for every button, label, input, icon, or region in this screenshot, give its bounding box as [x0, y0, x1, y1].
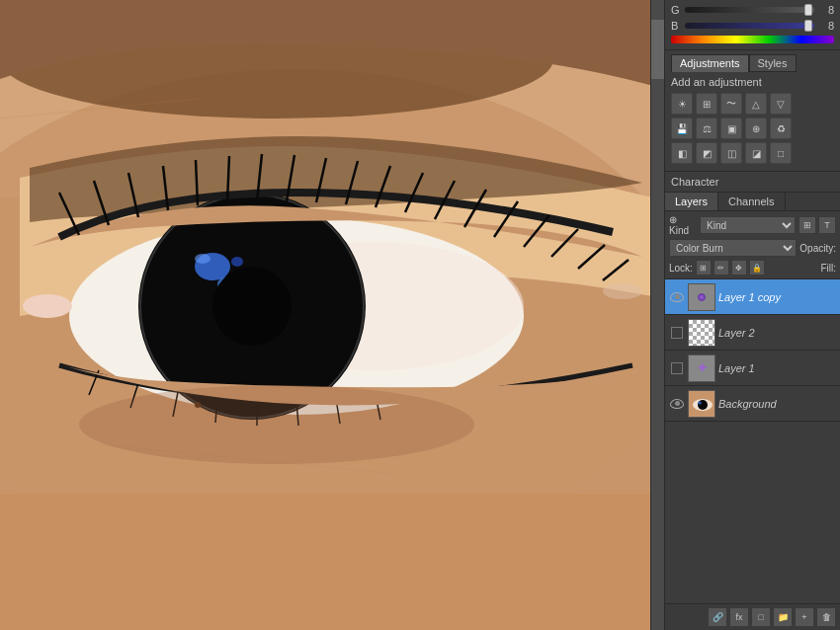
channels-tab[interactable]: Channels	[718, 193, 785, 210]
exposure-icon[interactable]: △	[745, 93, 767, 115]
layer-thumb-1: ✦	[688, 354, 715, 382]
color-gradient-bar[interactable]	[671, 36, 834, 43]
layers-bottom: 🔗 fx □ 📁 + 🗑	[665, 603, 840, 630]
invert-icon[interactable]: ◧	[671, 142, 693, 164]
color-balance-icon[interactable]: ⚖	[696, 118, 717, 139]
channel-mixer-icon[interactable]: ♻	[770, 118, 792, 139]
layer-item-1[interactable]: ✦ Layer 1	[665, 351, 840, 386]
color-bar-row	[671, 36, 834, 43]
new-layer-icon[interactable]: +	[795, 607, 814, 627]
canvas-scrollbar[interactable]	[650, 0, 664, 630]
layers-panel: Layers Channels ⊕ Kind Kind ⊞ T Color Bu…	[665, 193, 840, 630]
layer-checkbox-1	[671, 362, 683, 374]
link-layers-icon[interactable]: 🔗	[708, 607, 727, 627]
svg-point-50	[698, 400, 708, 410]
hue-saturation-icon[interactable]: 💾	[671, 118, 693, 139]
lock-icons: ⊞ ✏ ✥ 🔒	[696, 260, 765, 276]
new-group-icon[interactable]: 📁	[773, 607, 793, 627]
layer-controls: ⊕ Kind Kind ⊞ T Color Burn Opacity: Lock…	[665, 211, 840, 279]
lock-row: Lock: ⊞ ✏ ✥ 🔒 Fill:	[669, 260, 836, 276]
layers-tab[interactable]: Layers	[665, 193, 718, 210]
opacity-label: Opacity:	[799, 243, 836, 254]
layer-visibility-2[interactable]	[669, 325, 685, 341]
add-mask-icon[interactable]: □	[751, 607, 771, 627]
layer-name-2: Layer 2	[718, 327, 836, 339]
threshold-icon[interactable]: ◫	[720, 142, 742, 164]
layer-item-2[interactable]: Layer 2	[665, 315, 840, 351]
character-label: Character	[671, 174, 834, 190]
adjustments-title: Add an adjustment	[671, 76, 834, 88]
character-section: Character	[665, 172, 840, 193]
gradient-map-icon[interactable]: ◪	[745, 142, 767, 164]
levels-icon[interactable]: ⊞	[696, 93, 717, 115]
selective-color-icon[interactable]: □	[770, 142, 792, 164]
svg-point-43	[23, 294, 72, 318]
layer-thumb-checker-2	[689, 320, 714, 346]
panel-sliders: G 8 B 8	[665, 0, 840, 50]
b-slider-row: B 8	[671, 20, 834, 32]
kind-label: ⊕ Kind	[669, 214, 697, 236]
layer-filter-icon[interactable]: ⊞	[798, 216, 816, 234]
layer-thumb-copy	[688, 283, 715, 311]
layer-item-background[interactable]: Background	[665, 386, 840, 422]
layer-name-background: Background	[718, 398, 836, 410]
layer-options-icon[interactable]: T	[818, 216, 836, 234]
svg-point-47	[79, 385, 474, 464]
add-style-icon[interactable]: fx	[729, 607, 749, 627]
g-slider-track[interactable]	[685, 7, 814, 13]
layer-visibility-background[interactable]	[669, 396, 685, 412]
curves-icon[interactable]: 〜	[720, 93, 742, 115]
kind-select[interactable]: Kind	[700, 216, 796, 234]
svg-point-51	[698, 401, 702, 404]
g-slider-row: G 8	[671, 4, 834, 16]
b-slider-value: 8	[818, 20, 834, 32]
lock-position-icon[interactable]: ✥	[731, 260, 747, 276]
lock-all-icon[interactable]: 🔒	[749, 260, 765, 276]
b-slider-label: B	[671, 20, 681, 32]
layer-name-copy: Layer 1 copy	[718, 291, 836, 303]
canvas-area	[0, 0, 664, 630]
eye-pupil-background	[675, 401, 680, 406]
canvas-scrollbar-thumb[interactable]	[651, 20, 664, 79]
layer-visibility-copy[interactable]	[669, 289, 685, 305]
posterize-icon[interactable]: ◩	[696, 142, 717, 164]
b-slider-thumb[interactable]	[804, 20, 812, 32]
layer-checkbox-2	[671, 327, 683, 339]
g-slider-thumb[interactable]	[804, 4, 812, 16]
eye-icon-background	[670, 399, 684, 409]
lock-pixels-icon[interactable]: ✏	[714, 260, 729, 276]
thumb-eye-image	[689, 391, 714, 417]
layer-list: Layer 1 copy Layer 2 ✦ La	[665, 279, 840, 603]
b-slider-track[interactable]	[685, 23, 814, 29]
adjustments-tab[interactable]: Adjustments	[671, 54, 749, 72]
kind-icon-row: ⊞ T	[798, 216, 836, 234]
layer-item-copy[interactable]: Layer 1 copy	[665, 279, 840, 315]
layer-thumb-2	[688, 319, 715, 347]
svg-point-11	[231, 257, 243, 267]
black-white-icon[interactable]: ▣	[720, 118, 742, 139]
adj-icons-row-1: ☀ ⊞ 〜 △ ▽	[671, 93, 834, 115]
svg-rect-46	[0, 494, 664, 630]
lock-transparent-icon[interactable]: ⊞	[696, 260, 712, 276]
lock-label: Lock:	[669, 263, 693, 274]
blend-mode-select[interactable]: Color Burn	[669, 239, 797, 257]
vibrance-icon[interactable]: ▽	[770, 93, 792, 115]
photo-filter-icon[interactable]: ⊕	[745, 118, 767, 139]
adj-icons-row-2: 💾 ⚖ ▣ ⊕ ♻	[671, 118, 834, 139]
layer-visibility-1[interactable]	[669, 360, 685, 376]
kind-row: ⊕ Kind Kind ⊞ T	[669, 214, 836, 236]
g-slider-label: G	[671, 4, 681, 16]
brightness-contrast-icon[interactable]: ☀	[671, 93, 693, 115]
svg-point-12	[195, 254, 210, 264]
g-slider-value: 8	[818, 4, 834, 16]
layer-thumb-background	[688, 390, 715, 418]
svg-point-13	[212, 267, 292, 346]
eye-icon-copy	[670, 292, 684, 302]
styles-tab[interactable]: Styles	[749, 54, 797, 72]
fill-label: Fill:	[820, 263, 836, 274]
adjustments-tabs: Adjustments Styles	[671, 54, 834, 72]
delete-layer-icon[interactable]: 🗑	[816, 607, 836, 627]
layer-name-1: Layer 1	[718, 362, 836, 374]
eye-pupil-copy	[675, 294, 680, 299]
right-panel: G 8 B 8 Adjustments Styles Add an adjust…	[664, 0, 840, 630]
